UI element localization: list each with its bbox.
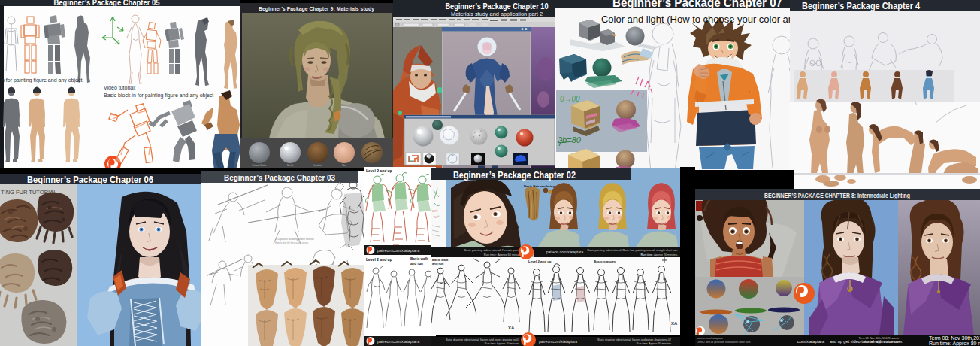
svg-text:Basic walk: Basic walk (410, 257, 428, 261)
svg-text:Basic block in for painting fi: Basic block in for painting figure and a… (104, 93, 213, 99)
svg-text:Level 2 and up: Level 2 and up (366, 168, 392, 173)
svg-text:Basic painting video tutorial.: Basic painting video tutorial. Female po… (464, 248, 523, 252)
svg-text:Beginner’s Package Chapter 10: Beginner’s Package Chapter 10 (446, 2, 549, 11)
svg-text:Term 08: Nov 30th,2016 R□: Term 08: Nov 30th,2016 R□ (929, 335, 980, 341)
svg-text:Level 2 and up get video tutor: Level 2 and up get video tutorial with v… (697, 341, 751, 344)
svg-text:Run time: Approx 80 n: Run time: Approx 80 n (929, 341, 980, 346)
svg-text:Basic painting video tutorial.: Basic painting video tutorial. Basic hai… (587, 249, 678, 252)
svg-text:0→00: 0→00 (560, 95, 580, 103)
svg-text:Metal: Metal (287, 164, 293, 167)
svg-text:patreon.com/xiataptara: patreon.com/xiataptara (377, 339, 420, 344)
svg-text:Run time: Approx 30 minutes: Run time: Approx 30 minutes (485, 342, 519, 345)
svg-text:Leather: Leather (314, 164, 323, 167)
svg-text:Run time: Approx 30 minutes.: Run time: Approx 30 minutes. (640, 253, 678, 256)
svg-text:and up get video tutorial with: and up get video tutorial with voice ove… (830, 339, 903, 344)
svg-text:patreon.com/xiataptara: patreon.com/xiataptara (697, 337, 723, 340)
svg-text:patreon.com/xiataptara: patreon.com/xiataptara (546, 250, 583, 254)
svg-text:Skin: Skin (342, 164, 346, 167)
svg-text:n for painting figure and any: n for painting figure and any object. (2, 77, 83, 83)
svg-text:Run time: Approx 30 minutes: Run time: Approx 30 minutes (637, 342, 671, 345)
svg-text:com/xiataptara: com/xiataptara (797, 339, 825, 344)
svg-text:and run: and run (410, 262, 423, 266)
svg-text:Beginner’s Package Chapter 03: Beginner’s Package Chapter 03 (224, 173, 335, 182)
svg-text:Basic stances: Basic stances (594, 260, 616, 263)
svg-text:Video tutorial:: Video tutorial: (104, 85, 136, 90)
svg-text:Basic drawing video tutorial,: Basic drawing video tutorial, figures an… (446, 338, 519, 341)
svg-text:BEGINNER’S PACKAGE CHAPTER 8:: BEGINNER’S PACKAGE CHAPTER 8: Intermedia… (764, 192, 910, 199)
svg-text:+20 poses drawing video tutori: +20 poses drawing video tutorial (275, 238, 314, 241)
svg-text:Default Matte: Default Matte (253, 164, 267, 167)
svg-text:Basic drawing video tutorial,: Basic drawing video tutorial, figures an… (597, 338, 671, 341)
svg-text:Beginner’s Package Chapter 9:: Beginner’s Package Chapter 9: Materials … (259, 5, 374, 12)
svg-text:patreon.com/xiataptara: patreon.com/xiataptara (377, 248, 420, 253)
svg-text:Beginner’s Package Chapter 4: Beginner’s Package Chapter 4 (802, 0, 921, 11)
svg-text:XA: XA (671, 321, 678, 326)
svg-text:XA: XA (508, 326, 515, 330)
svg-text:Level 2 and up: Level 2 and up (528, 260, 552, 263)
svg-text:Beginner’s Package Chapter 02: Beginner’s Package Chapter 02 (453, 170, 576, 181)
svg-text:patreon.com/xiataptara: patreon.com/xiataptara (539, 339, 577, 344)
svg-text:Run time: Approx 60 minutes: Run time: Approx 60 minutes (484, 253, 522, 256)
svg-text:Materials study and applicatio: Materials study and application part 2 (451, 11, 543, 17)
svg-text:Color and light (How to choose: Color and light (How to choose your colo… (601, 14, 794, 25)
svg-text:Basic Hair rendering: Basic Hair rendering (524, 184, 555, 188)
svg-text:and run: and run (432, 262, 444, 266)
svg-text:Beginner’s Package Chapter 06: Beginner’s Package Chapter 06 (27, 174, 153, 185)
svg-text:Beginner’s Package Chapter 05: Beginner’s Package Chapter 05 (54, 0, 160, 7)
svg-text:How to find the best action po: How to find the best action poses (275, 241, 309, 244)
svg-text:Level 2 and up: Level 2 and up (366, 257, 392, 262)
